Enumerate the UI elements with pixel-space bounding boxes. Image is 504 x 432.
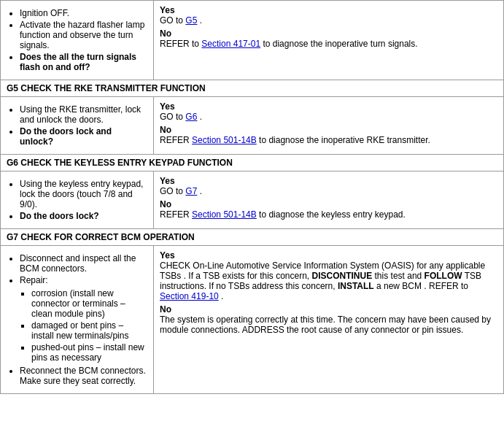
- left-col-g5: Using the RKE transmitter, lock and unlo…: [1, 97, 154, 155]
- yes-block: Yes GO to G5 .: [160, 5, 497, 26]
- table-row-g7-header: G7 CHECK FOR CORRECT BCM OPERATION: [1, 229, 504, 246]
- table-row-g7: Disconnect and inspect all the BCM conne…: [1, 246, 504, 394]
- list-item: Using the RKE transmitter, lock and unlo…: [20, 104, 147, 125]
- list-item: Does the all the turn signals flash on a…: [20, 52, 147, 72]
- list-item: Do the doors lock and unlock?: [20, 126, 147, 147]
- list-item: Ignition OFF.: [20, 8, 147, 18]
- table-row-g6-header: G6 CHECK THE KEYLESS ENTRY KEYPAD FUNCTI…: [1, 155, 504, 171]
- list-item: Repair: corrosion (install new connector…: [20, 275, 147, 363]
- yes-label: Yes: [160, 101, 175, 112]
- link-419-10[interactable]: Section 419-10: [160, 291, 219, 301]
- no-block: No REFER to Section 417-01 to diagnose t…: [160, 28, 497, 49]
- right-col-g4: Yes GO to G5 . No REFER to Section 417-0…: [154, 1, 504, 80]
- no-label: No: [160, 28, 171, 39]
- list-item: Disconnect and inspect all the BCM conne…: [20, 253, 147, 274]
- table-row-g4: Ignition OFF. Activate the hazard flashe…: [1, 1, 504, 80]
- list-item: Activate the hazard flasher lamp functio…: [20, 20, 147, 50]
- list-item: pushed-out pins – install new pins as ne…: [31, 342, 147, 363]
- table-row-g5-header: G5 CHECK THE RKE TRANSMITTER FUNCTION: [1, 80, 504, 97]
- no-label: No: [160, 125, 171, 135]
- no-block: No REFER Section 501-14B to diagnose the…: [160, 199, 497, 220]
- g7-header: G7 CHECK FOR CORRECT BCM OPERATION: [1, 229, 504, 246]
- link-g6[interactable]: G6: [185, 112, 197, 122]
- list-item: damaged or bent pins – install new termi…: [31, 320, 147, 341]
- list-item: Reconnect the BCM connectors. Make sure …: [20, 366, 147, 386]
- g6-header: G6 CHECK THE KEYLESS ENTRY KEYPAD FUNCTI…: [1, 155, 504, 171]
- right-col-g7: Yes CHECK On-Line Automotive Service Inf…: [154, 246, 504, 394]
- left-col-g7: Disconnect and inspect all the BCM conne…: [1, 246, 154, 394]
- left-col-g6: Using the keyless entry keypad, lock the…: [1, 171, 154, 229]
- list-item: Do the doors lock?: [20, 211, 147, 221]
- no-block: No REFER Section 501-14B to diagnose the…: [160, 125, 497, 145]
- link-g5[interactable]: G5: [185, 15, 197, 26]
- list-item: corrosion (install new connector or term…: [31, 288, 147, 319]
- link-417-01[interactable]: Section 417-01: [201, 39, 260, 49]
- link-501-14b-g5[interactable]: Section 501-14B: [192, 135, 257, 145]
- yes-label: Yes: [160, 250, 175, 261]
- link-g7[interactable]: G7: [185, 186, 197, 196]
- no-label: No: [160, 199, 171, 209]
- no-label: No: [160, 304, 171, 315]
- g5-header: G5 CHECK THE RKE TRANSMITTER FUNCTION: [1, 80, 504, 97]
- yes-label: Yes: [160, 5, 175, 15]
- right-col-g5: Yes GO to G6 . No REFER Section 501-14B …: [154, 97, 504, 155]
- list-item: Using the keyless entry keypad, lock the…: [20, 179, 147, 209]
- no-block: No The system is operating correctly at …: [160, 304, 497, 335]
- yes-block: Yes CHECK On-Line Automotive Service Inf…: [160, 250, 497, 301]
- right-col-g6: Yes GO to G7 . No REFER Section 501-14B …: [154, 171, 504, 229]
- yes-label: Yes: [160, 176, 175, 186]
- table-row-g5: Using the RKE transmitter, lock and unlo…: [1, 97, 504, 155]
- table-row-g6: Using the keyless entry keypad, lock the…: [1, 171, 504, 229]
- yes-block: Yes GO to G6 .: [160, 101, 497, 122]
- link-501-14b-g6[interactable]: Section 501-14B: [192, 209, 257, 220]
- diagnostic-table: Ignition OFF. Activate the hazard flashe…: [0, 0, 504, 394]
- yes-block: Yes GO to G7 .: [160, 176, 497, 196]
- left-col-g4: Ignition OFF. Activate the hazard flashe…: [1, 1, 154, 80]
